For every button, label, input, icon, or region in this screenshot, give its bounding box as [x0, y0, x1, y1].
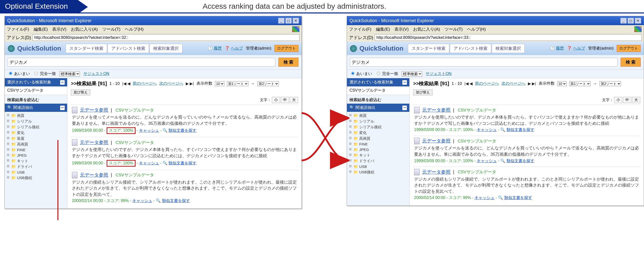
result-title-link[interactable]: 元データ参照 [422, 169, 450, 175]
similar-link[interactable]: 類似文書を探す [504, 196, 532, 200]
suggest-toggle[interactable]: サジェストON [83, 71, 109, 76]
tree-item[interactable]: 📁USB接続 [7, 175, 65, 181]
prev-page-link[interactable]: 前のページへ [475, 81, 499, 86]
text-large[interactable]: 大 [632, 97, 640, 103]
tree-item[interactable]: 📁シリアル [7, 119, 65, 124]
tree-item[interactable]: 📁シリアル [349, 119, 407, 124]
menu-help[interactable]: ヘルプ(H) [125, 26, 144, 32]
reorder-button[interactable]: 並び替え [413, 89, 432, 95]
per-page-select[interactable]: 10 [557, 81, 566, 86]
sort1-select[interactable]: 第1ソート [227, 81, 248, 86]
tab-standard[interactable]: スタンダード検索 [66, 44, 107, 53]
cache-link[interactable]: キャッシュ [139, 161, 159, 165]
radio-exact[interactable]: 完全一致 [376, 71, 398, 76]
similar-link[interactable]: 類似文書を探す [168, 128, 196, 133]
tree-item[interactable]: 📁高画質 [7, 141, 65, 147]
menu-favorites[interactable]: お気に入り(A) [413, 26, 440, 32]
tree-item[interactable]: 📁変化 [7, 130, 65, 136]
radio-fuzzy[interactable]: あいまい [8, 71, 30, 76]
history-link[interactable]: 履歴 [556, 46, 564, 50]
similar-link[interactable]: 類似文書を探す [506, 159, 534, 163]
collapse-icon[interactable]: − [60, 106, 65, 110]
history-link[interactable]: 履歴 [214, 46, 222, 50]
tree-item[interactable]: 📁キット [7, 158, 65, 164]
collapse-icon[interactable]: − [60, 80, 65, 85]
tree-item[interactable]: 📁画質 [7, 113, 65, 119]
tree-item[interactable]: 📁変化 [349, 130, 407, 136]
tab-target[interactable]: 検索対象選択 [150, 44, 182, 53]
close-button[interactable]: ✕ [635, 18, 641, 24]
radio-exact[interactable]: 完全一致 [34, 71, 56, 76]
result-title-link[interactable]: 元データ参照 [80, 107, 108, 113]
search-mode-select[interactable]: 標準検索 [402, 71, 422, 76]
help-link[interactable]: ヘルプ [573, 46, 585, 50]
result-title-link[interactable]: 元データ参照 [80, 172, 108, 178]
sort2-select[interactable]: 第2ソート [600, 81, 621, 86]
text-mid[interactable]: 中 [281, 97, 289, 103]
tree-item[interactable]: 📁画質 [349, 113, 407, 119]
logout-button[interactable]: ログアウト [616, 45, 641, 52]
search-mode-select[interactable]: 標準検索 [60, 71, 80, 76]
cache-link[interactable]: キャッシュ [477, 128, 497, 132]
search-button[interactable]: 検 索 [620, 58, 641, 67]
minimize-button[interactable]: _ [620, 18, 627, 24]
menu-file[interactable]: ファイル(F) [7, 26, 29, 32]
menu-view[interactable]: 表示(V) [52, 26, 66, 32]
minimize-button[interactable]: _ [278, 18, 284, 24]
tab-advanced[interactable]: アドバンスト検索 [450, 44, 491, 53]
prev-page-link[interactable]: 前のページへ [133, 81, 157, 86]
tree-item[interactable]: 📁高画質 [349, 136, 407, 141]
maximize-button[interactable]: ◻ [285, 18, 292, 24]
address-input[interactable] [375, 34, 642, 41]
search-input[interactable] [350, 58, 618, 67]
tree-item[interactable]: 📁FINE [349, 141, 407, 147]
menu-view[interactable]: 表示(V) [394, 26, 408, 32]
sidebar-related-head[interactable]: 🔍 関連語抽出− [347, 104, 409, 112]
per-page-select[interactable]: 10 [215, 81, 224, 86]
tab-target[interactable]: 検索対象選択 [492, 44, 525, 53]
reorder-button[interactable]: 並び替え [71, 89, 90, 95]
tree-item[interactable]: 📁シリアル接続 [349, 124, 407, 130]
help-link[interactable]: ヘルプ [231, 46, 243, 50]
sort2-select[interactable]: 第2ソート [257, 81, 279, 86]
tree-item[interactable]: 📁ドライバ [349, 158, 407, 164]
search-input[interactable] [8, 58, 275, 67]
address-input[interactable] [32, 34, 300, 41]
menu-tools[interactable]: ツール(T) [102, 26, 120, 32]
maximize-button[interactable]: ◻ [628, 18, 634, 24]
tab-standard[interactable]: スタンダード検索 [408, 44, 449, 53]
suggest-toggle[interactable]: サジェストON [426, 71, 452, 76]
cache-link[interactable]: キャッシュ [474, 196, 494, 200]
tree-item[interactable]: 📁USB [349, 164, 407, 169]
text-small[interactable]: 小 [272, 97, 280, 103]
similar-link[interactable]: 類似文書を探す [506, 128, 534, 132]
menu-tools[interactable]: ツール(T) [444, 26, 463, 32]
menu-file[interactable]: ファイル(F) [349, 26, 372, 32]
tree-item[interactable]: 📁シリアル接続 [7, 124, 65, 130]
cache-link[interactable]: キャッシュ [132, 199, 152, 203]
tree-item[interactable]: 📁FINE [7, 147, 65, 153]
search-button[interactable]: 検 索 [278, 58, 298, 67]
close-button[interactable]: ✕ [292, 18, 299, 24]
sidebar-related-head[interactable]: 🔍 関連語抽出− [5, 104, 67, 112]
text-mid[interactable]: 中 [623, 97, 631, 103]
result-title-link[interactable]: 元データ参照 [422, 138, 450, 144]
tree-item[interactable]: 📁USB [7, 170, 65, 175]
tree-item[interactable]: 📁ドライバ [7, 164, 65, 170]
collapse-icon[interactable]: − [402, 80, 407, 85]
tab-advanced[interactable]: アドバンスト検索 [108, 44, 149, 53]
tree-item[interactable]: 📁キット [349, 152, 407, 158]
menu-edit[interactable]: 編集(E) [376, 26, 390, 32]
collapse-icon[interactable]: − [402, 106, 407, 110]
menu-edit[interactable]: 編集(E) [34, 26, 48, 32]
tree-item[interactable]: 📁JPEG [7, 153, 65, 158]
text-small[interactable]: 小 [614, 97, 622, 103]
result-title-link[interactable]: 元データ参照 [422, 107, 450, 113]
logout-button[interactable]: ログアウト [274, 45, 298, 52]
tree-item[interactable]: 📁装置 [7, 136, 65, 141]
radio-fuzzy[interactable]: あいまい [350, 71, 372, 76]
cache-link[interactable]: キャッシュ [477, 159, 497, 163]
sort1-select[interactable]: 第1ソート [569, 81, 590, 86]
cache-link[interactable]: キャッシュ [139, 128, 159, 133]
similar-link[interactable]: 類似文書を探す [162, 199, 190, 203]
